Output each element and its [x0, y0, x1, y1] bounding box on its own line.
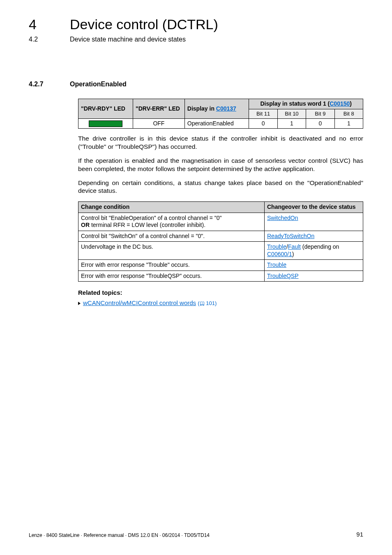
related-heading: Related topics:	[78, 289, 363, 297]
chapter-number: 4	[29, 16, 37, 33]
changes-th-cond: Change condition	[78, 202, 265, 213]
table-row: Undervoltage in the DC bus. Trouble/Faul…	[78, 242, 363, 260]
link-c00150[interactable]: C00150	[330, 100, 350, 107]
changes-cond-4: Error with error response "Trouble" occu…	[78, 260, 265, 271]
arrow-icon	[78, 302, 81, 305]
link-trouble-a[interactable]: Trouble	[267, 243, 286, 250]
table-row: Error with error response "TroubleQSP" o…	[78, 271, 363, 282]
changes-result-4: Trouble	[265, 260, 363, 271]
status-drv-err: OFF	[133, 118, 185, 129]
related-link-line: wCANControl/wMCIControl control words (🕮…	[78, 299, 363, 307]
status-th-word-suffix: )	[350, 100, 352, 107]
status-th-drv-err: "DRV-ERR" LED	[133, 99, 185, 119]
changes-cond-3: Undervoltage in the DC bus.	[78, 242, 265, 260]
paragraph-3: Depending on certain conditions, a statu…	[78, 179, 363, 195]
changes-cond-1b-bold: OR	[81, 222, 90, 228]
table-row: Control bit "SwitchOn" of a control chan…	[78, 231, 363, 242]
mid: (depending on	[301, 243, 339, 250]
link-switchedon[interactable]: SwitchedOn	[267, 215, 298, 221]
status-table: "DRV-RDY" LED "DRV-ERR" LED Display in C…	[78, 99, 363, 129]
changes-cond-1b-rest: terminal RFR = LOW level (controller inh…	[90, 222, 205, 228]
chapter-title: Device control (DCTRL)	[70, 16, 218, 33]
link-readytoswitchon[interactable]: ReadyToSwitchOn	[267, 233, 314, 239]
status-bit8: 1	[334, 118, 363, 129]
book-icon: 🕮	[200, 301, 205, 307]
status-bit11: 0	[249, 118, 277, 129]
changes-result-2: ReadyToSwitchOn	[265, 231, 363, 242]
status-sub-bit10: Bit 10	[277, 109, 306, 118]
link-wcancontrol[interactable]: wCANControl/wMCIControl control words	[83, 299, 196, 306]
related-ref-text: 101)	[205, 300, 217, 306]
changes-cond-1a: Control bit "EnableOperation" of a contr…	[81, 215, 221, 221]
footer-text: Lenze · 8400 StateLine · Reference manua…	[29, 532, 210, 539]
link-c00137[interactable]: C00137	[216, 105, 236, 112]
changes-result-5: TroubleQSP	[265, 271, 363, 282]
status-bit10: 1	[277, 118, 306, 129]
section-number: 4.2.7	[29, 80, 44, 88]
end: )	[292, 251, 294, 257]
status-th-display: Display in C00137	[184, 99, 249, 119]
status-th-display-prefix: Display in	[187, 105, 216, 112]
changes-result-3: Trouble/Fault (depending on C00600/1)	[265, 242, 363, 260]
link-c00600-1[interactable]: C00600/1	[267, 251, 292, 257]
separator-dashline: _ _ _ _ _ _ _ _ _ _ _ _ _ _ _ _ _ _ _ _ …	[29, 60, 363, 68]
link-trouble[interactable]: Trouble	[267, 261, 286, 268]
status-sub-bit9: Bit 9	[306, 109, 334, 118]
related-ref: (🕮 101)	[198, 300, 217, 306]
changes-cond-2: Control bit "SwitchOn" of a control chan…	[78, 231, 265, 242]
section-title: OperationEnabled	[70, 80, 127, 88]
paragraph-1: The drive controller is in this device s…	[78, 134, 363, 151]
content-area: "DRV-RDY" LED "DRV-ERR" LED Display in C…	[78, 99, 363, 307]
status-display: OperationEnabled	[184, 118, 249, 129]
paragraph-2: If the operation is enabled and the magn…	[78, 157, 363, 173]
changes-cond-1: Control bit "EnableOperation" of a contr…	[78, 213, 265, 231]
status-bit9: 0	[306, 118, 334, 129]
changes-table: Change condition Changeover to the devic…	[78, 201, 363, 282]
sub-number: 4.2	[29, 35, 38, 44]
status-th-word-prefix: Display in status word 1 (	[260, 100, 330, 107]
status-sub-bit8: Bit 8	[334, 109, 363, 118]
status-th-word: Display in status word 1 (C00150)	[249, 99, 363, 109]
table-row: Error with error response "Trouble" occu…	[78, 260, 363, 271]
changes-cond-5: Error with error response "TroubleQSP" o…	[78, 271, 265, 282]
status-led-cell	[78, 118, 133, 129]
changes-result-1: SwitchedOn	[265, 213, 363, 231]
changes-th-result: Changeover to the device status	[265, 202, 363, 213]
sub-title: Device state machine and device states	[70, 35, 186, 44]
drv-rdy-led-icon	[89, 120, 122, 127]
status-th-drv-rdy: "DRV-RDY" LED	[78, 99, 133, 119]
link-fault[interactable]: Fault	[288, 243, 301, 250]
status-sub-bit11: Bit 11	[249, 109, 277, 118]
link-troubleqsp[interactable]: TroubleQSP	[267, 273, 299, 279]
page-number: 91	[356, 531, 363, 539]
table-row: Control bit "EnableOperation" of a contr…	[78, 213, 363, 231]
